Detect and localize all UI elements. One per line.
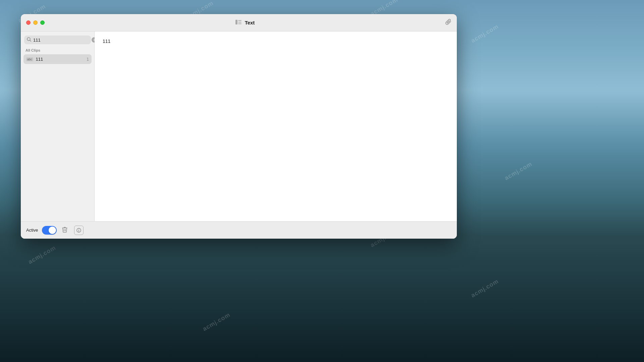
sidebar-toggle-icon[interactable] [235,20,241,26]
clip-text: 111 [36,57,84,62]
svg-rect-1 [238,20,241,21]
all-clips-label: All Clips [21,47,94,54]
minimize-button[interactable] [33,20,38,25]
active-toggle[interactable] [42,226,57,235]
svg-rect-2 [238,22,241,22]
traffic-lights [26,20,45,25]
svg-rect-0 [235,20,237,24]
toggle-knob [49,227,56,234]
clip-type-badge: abc [26,57,33,61]
title-bar-center: Text [45,20,445,26]
svg-rect-3 [238,23,241,24]
clip-item[interactable]: abc 111 1 [23,54,92,64]
main-content: × All Clips abc 111 1 111 [21,32,457,221]
title-bar-actions [445,18,451,27]
info-button[interactable] [74,226,84,235]
active-label: Active [26,228,38,233]
close-button[interactable] [26,20,31,25]
content-area: 111 [95,32,457,221]
svg-line-5 [30,40,31,42]
sidebar: × All Clips abc 111 1 [21,32,95,221]
svg-point-8 [79,229,79,229]
title-bar: Text [21,14,457,32]
maximize-button[interactable] [40,20,45,25]
window-title: Text [245,20,255,25]
search-icon [27,37,31,43]
bottom-bar: Active [21,221,457,239]
search-bar[interactable]: × [24,36,91,44]
delete-button[interactable] [62,227,67,234]
clip-count: 1 [87,57,89,62]
attachment-icon[interactable] [445,18,451,27]
app-window: Text × [21,14,457,239]
search-input[interactable] [33,38,90,43]
content-text: 111 [103,39,110,44]
